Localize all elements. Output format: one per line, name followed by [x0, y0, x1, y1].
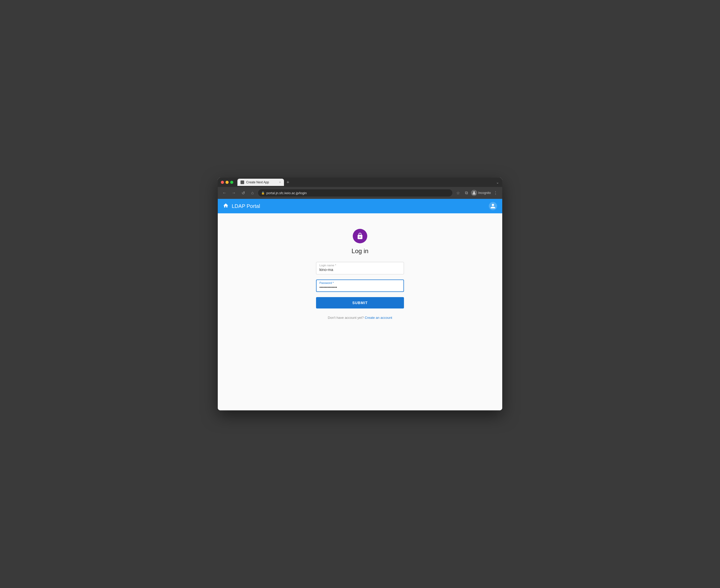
tab-bar: Create Next App × + [238, 179, 494, 186]
tab-title: Create Next App [246, 181, 277, 184]
login-name-label: Login name * [320, 264, 400, 267]
user-icon[interactable] [489, 202, 497, 210]
login-icon [353, 229, 367, 243]
page-content: Log in Login name * Password * SUBMIT Do… [218, 213, 502, 411]
login-name-input[interactable] [320, 267, 400, 272]
traffic-lights [221, 181, 233, 184]
create-account-link[interactable]: Create an account [365, 316, 392, 320]
incognito-label: Incognito [478, 191, 491, 195]
create-account-section: Don't have account yet? Create an accoun… [316, 316, 404, 320]
incognito-area[interactable]: Incognito [471, 190, 491, 196]
split-view-button[interactable]: ⧉ [463, 189, 470, 196]
active-tab[interactable]: Create Next App × [238, 179, 284, 186]
title-bar: Create Next App × + ⌄ [218, 177, 502, 187]
login-name-field[interactable]: Login name * [316, 262, 404, 274]
app-header: LDAP Portal [218, 199, 502, 213]
home-button[interactable]: ⌂ [249, 189, 256, 196]
submit-button[interactable]: SUBMIT [316, 297, 404, 309]
back-button[interactable]: ← [221, 189, 228, 196]
minimize-window-button[interactable] [226, 181, 229, 184]
bookmark-button[interactable]: ☆ [454, 189, 461, 196]
address-bar-input[interactable]: 🔒 portal.jn.sfc.keio.ac.jp/login [258, 189, 452, 196]
lock-icon: 🔒 [261, 191, 265, 195]
login-form: Login name * Password * SUBMIT Don't hav… [316, 262, 404, 320]
forward-button[interactable]: → [230, 189, 238, 196]
maximize-window-button[interactable] [230, 181, 233, 184]
user-menu[interactable] [489, 202, 497, 210]
browser-window: Create Next App × + ⌄ ← → ↺ ⌂ 🔒 portal.j… [218, 177, 502, 411]
no-account-text: Don't have account yet? [328, 316, 364, 320]
app-title: LDAP Portal [232, 203, 260, 209]
close-window-button[interactable] [221, 181, 224, 184]
tab-close-button[interactable]: × [279, 181, 281, 184]
title-bar-chevron: ⌄ [496, 180, 499, 184]
url-text: portal.jn.sfc.keio.ac.jp/login [266, 191, 449, 195]
new-tab-button[interactable]: + [285, 180, 291, 185]
incognito-avatar [471, 190, 477, 196]
tab-favicon-icon [241, 181, 244, 184]
home-icon[interactable] [223, 203, 229, 210]
menu-button[interactable]: ⋮ [492, 189, 499, 196]
address-bar: ← → ↺ ⌂ 🔒 portal.jn.sfc.keio.ac.jp/login… [218, 187, 502, 199]
password-field[interactable]: Password * [316, 279, 404, 292]
password-label: Password * [320, 281, 400, 285]
reload-button[interactable]: ↺ [240, 189, 247, 196]
toolbar-right: ☆ ⧉ Incognito ⋮ [454, 189, 499, 196]
password-input[interactable] [320, 285, 400, 289]
login-title: Log in [351, 248, 368, 255]
